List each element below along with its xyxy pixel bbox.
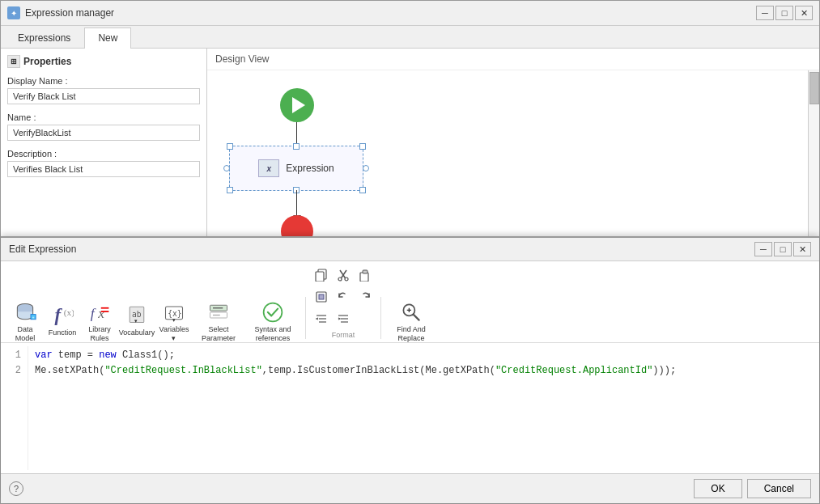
select-param-button[interactable]: Select ParameterValue — [193, 297, 244, 339]
line-numbers: 1 2 — [4, 346, 28, 470]
name-input[interactable] — [7, 125, 200, 141]
display-name-group: Display Name : — [7, 76, 200, 104]
svg-rect-21 — [316, 272, 324, 282]
description-input[interactable] — [7, 161, 200, 177]
edit-maximize-button[interactable]: □ — [774, 242, 792, 256]
find-replace-button[interactable]: Find AndReplaceEditing — [386, 297, 436, 339]
variables-button[interactable]: {x} ▾ Variables▾ — [156, 297, 192, 339]
display-name-input[interactable] — [7, 88, 200, 104]
app-icon: ✦ — [7, 6, 20, 19]
undo-button[interactable] — [333, 286, 354, 307]
edit-title-bar: Edit Expression ─ □ ✕ — [1, 238, 819, 261]
svg-text:+: + — [32, 315, 35, 320]
ok-button[interactable]: OK — [694, 479, 741, 498]
line-num-1: 1 — [7, 348, 21, 363]
side-dot-l — [223, 165, 230, 172]
function-label: Function — [49, 328, 77, 337]
main-window: ✦ Expression manager ─ □ ✕ Expressions N… — [0, 0, 820, 504]
expression-label: Expression — [286, 163, 334, 174]
tabs-row: Expressions New — [1, 26, 819, 49]
function-button[interactable]: f (x) Function — [45, 297, 80, 339]
edit-expression-title: Edit Expression — [9, 244, 76, 255]
edit-close-button[interactable]: ✕ — [793, 242, 811, 256]
variables-icon: {x} ▾ — [161, 301, 187, 324]
vocabulary-label: Vocabulary — [119, 328, 155, 337]
svg-point-19 — [264, 303, 283, 322]
svg-text:(x): (x) — [64, 307, 74, 318]
svg-rect-27 — [363, 270, 368, 273]
design-view-header: Design View — [207, 49, 819, 70]
title-bar: ✦ Expression manager ─ □ ✕ — [1, 1, 819, 26]
code-line-1: var temp = new Class1(); — [35, 348, 809, 363]
play-icon — [292, 97, 305, 113]
library-rules-icon: f x — [87, 301, 113, 324]
svg-text:▾: ▾ — [134, 318, 138, 324]
svg-line-37 — [414, 315, 419, 320]
tab-expressions[interactable]: Expressions — [4, 28, 84, 48]
cut-button[interactable] — [333, 265, 354, 286]
variables-label: Variables▾ — [159, 325, 189, 343]
svg-point-24 — [338, 277, 342, 281]
toolbar-separator-2 — [380, 297, 381, 339]
library-rules-button[interactable]: f x LibraryRules — [82, 297, 117, 339]
window-title: Expression manager — [25, 7, 114, 19]
panel-title: Properties — [23, 56, 71, 67]
edit-expression-panel: Edit Expression ─ □ ✕ + — [1, 236, 819, 503]
expression-icon: x — [258, 159, 279, 177]
handle-bl — [227, 187, 233, 193]
design-view-title: Design View — [215, 53, 269, 65]
outdent-button[interactable] — [311, 308, 332, 329]
function-icon: f (x) — [49, 301, 75, 327]
title-bar-left: ✦ Expression manager — [7, 6, 114, 19]
tab-new[interactable]: New — [84, 28, 131, 49]
expression-node[interactable]: x Expression — [229, 146, 363, 191]
indent-button[interactable] — [333, 308, 354, 329]
cancel-button[interactable]: Cancel — [747, 479, 811, 498]
flow-arrow-2 — [296, 190, 297, 216]
svg-text:f: f — [91, 305, 96, 321]
edit-minimize-button[interactable]: ─ — [754, 242, 772, 256]
database-icon: + — [12, 301, 38, 324]
handle-tl — [227, 143, 233, 150]
data-model-label: DataModel — [15, 325, 36, 343]
paste-button[interactable] — [355, 265, 376, 286]
format-label: Format — [332, 331, 355, 339]
syntax-button[interactable]: Syntax and referencesvalidation — [245, 297, 300, 339]
help-button[interactable]: ? — [9, 481, 23, 496]
vocabulary-icon: ab ▾ — [124, 301, 150, 327]
toolbar: + DataModel f (x) Function — [1, 261, 819, 343]
redo-button[interactable] — [355, 286, 376, 307]
handle-br — [359, 187, 366, 193]
toolbar-separator-1 — [305, 297, 306, 339]
format-buttons — [311, 265, 376, 329]
line-num-2: 2 — [7, 363, 21, 379]
vocabulary-button[interactable]: ab ▾ Vocabulary — [119, 297, 155, 339]
description-group: Description : — [7, 149, 200, 177]
display-name-label: Display Name : — [7, 76, 200, 86]
handle-tr — [359, 143, 366, 150]
bottom-buttons: OK Cancel — [694, 479, 811, 498]
library-rules-label: LibraryRules — [88, 325, 111, 343]
select-param-icon — [206, 301, 232, 324]
side-dot-r — [363, 165, 369, 172]
copy-button[interactable] — [311, 265, 332, 286]
svg-point-25 — [345, 277, 348, 281]
properties-icon: ⊞ — [7, 55, 20, 68]
svg-rect-26 — [360, 273, 368, 282]
minimize-button[interactable]: ─ — [756, 6, 774, 20]
code-content: var temp = new Class1(); Me.setXPath("Cr… — [28, 346, 816, 470]
title-controls: ─ □ ✕ — [756, 6, 813, 20]
bottom-bar: ? OK Cancel — [1, 473, 819, 503]
syntax-icon — [260, 301, 286, 324]
svg-rect-29 — [319, 294, 324, 299]
handle-tm — [293, 143, 300, 150]
find-replace-icon — [398, 301, 424, 324]
select-all-button[interactable] — [311, 286, 332, 307]
format-group: Format — [311, 265, 376, 339]
code-editor[interactable]: 1 2 var temp = new Class1(); Me.setXPath… — [1, 343, 819, 473]
close-button[interactable]: ✕ — [795, 6, 813, 20]
data-model-button[interactable]: + DataModel — [7, 297, 43, 339]
maximize-button[interactable]: □ — [775, 6, 793, 20]
scrollbar-thumb — [809, 72, 819, 104]
flow-start-node — [280, 88, 314, 122]
